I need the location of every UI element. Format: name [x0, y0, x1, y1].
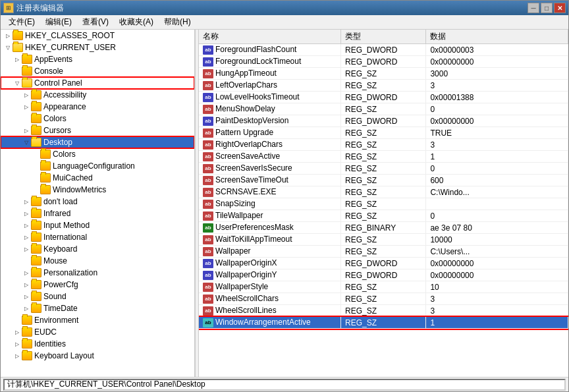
- maximize-button[interactable]: □: [541, 3, 553, 13]
- reg-name-cell: abHungAppTimeout: [199, 68, 341, 80]
- table-row[interactable]: abWheelScrollLinesREG_SZ3: [199, 305, 568, 317]
- expand-arrow-international[interactable]: ▷: [22, 231, 31, 243]
- table-row[interactable]: abWindowArrangementActiveREG_SZ1: [199, 317, 568, 329]
- expand-arrow-eudc[interactable]: ▷: [13, 326, 22, 338]
- menu-file[interactable]: 文件(E): [3, 15, 40, 29]
- table-row[interactable]: abLowLevelHooksTimeoutREG_DWORD0x0000138…: [199, 92, 568, 103]
- tree-item-eudc[interactable]: ▷EUDC: [1, 326, 194, 338]
- reg-type-icon: ab: [203, 235, 213, 244]
- tree-item-console[interactable]: Console: [1, 65, 194, 77]
- menu-view[interactable]: 查看(V): [77, 15, 114, 29]
- table-row[interactable]: abPattern UpgradeREG_SZTRUE: [199, 127, 568, 139]
- tree-item-identities[interactable]: ▷Identities: [1, 338, 194, 350]
- expand-arrow-keyboard_layout[interactable]: ▷: [13, 350, 22, 362]
- tree-item-control_panel[interactable]: ▽Control Panel: [1, 77, 194, 89]
- expand-arrow-control_panel[interactable]: ▽: [13, 77, 22, 89]
- table-row[interactable]: abTileWallpaperREG_SZ0: [199, 210, 568, 222]
- expand-arrow-muicached[interactable]: [31, 172, 40, 184]
- expand-arrow-accessibility[interactable]: ▷: [22, 89, 31, 101]
- tree-item-infrared[interactable]: ▷Infrared: [1, 208, 194, 219]
- tree-item-classes_root[interactable]: ▷HKEY_CLASSES_ROOT: [1, 30, 194, 42]
- tree-item-personalization[interactable]: ▷Personalization: [1, 267, 194, 279]
- table-row[interactable]: abScreenSaveTimeOutREG_SZ600: [199, 175, 568, 186]
- expand-arrow-console[interactable]: [13, 65, 22, 77]
- expand-arrow-cursors[interactable]: ▷: [22, 125, 31, 136]
- expand-arrow-sound[interactable]: ▷: [22, 291, 31, 302]
- reg-data-cell: 0x00000000: [426, 258, 568, 269]
- reg-type-icon: ab: [203, 105, 213, 114]
- table-wrapper[interactable]: 名称 类型 数据 abForegroundFlashCountREG_DWORD…: [199, 30, 568, 377]
- minimize-button[interactable]: ─: [528, 3, 539, 13]
- menu-bar: 文件(E) 编辑(E) 查看(V) 收藏夹(A) 帮助(H): [1, 15, 568, 30]
- table-row[interactable]: abForegroundFlashCountREG_DWORD0x0000000…: [199, 44, 568, 56]
- table-row[interactable]: abSnapSizingREG_SZ: [199, 198, 568, 210]
- expand-arrow-current_user[interactable]: ▽: [3, 42, 13, 53]
- tree-item-desktop[interactable]: ▽Desktop: [1, 136, 194, 148]
- table-row[interactable]: abScreenSaveActiveREG_SZ1: [199, 151, 568, 163]
- table-row[interactable]: abWaitToKillAppTimeoutREG_SZ10000: [199, 234, 568, 246]
- tree-item-dont_load[interactable]: ▷don't load: [1, 196, 194, 208]
- tree-item-desktop_colors[interactable]: Colors: [1, 148, 194, 160]
- table-row[interactable]: abHungAppTimeoutREG_SZ3000: [199, 68, 568, 80]
- tree-item-international[interactable]: ▷International: [1, 231, 194, 243]
- expand-arrow-keyboard[interactable]: ▷: [22, 243, 31, 255]
- expand-arrow-dont_load[interactable]: ▷: [22, 196, 31, 208]
- tree-item-keyboard[interactable]: ▷Keyboard: [1, 243, 194, 255]
- close-button[interactable]: ✕: [554, 3, 566, 13]
- expand-arrow-timedate[interactable]: ▷: [22, 302, 31, 314]
- table-row[interactable]: abMenuShowDelayREG_SZ0: [199, 103, 568, 115]
- tree-item-mouse[interactable]: Mouse: [1, 255, 194, 267]
- expand-arrow-window_metrics[interactable]: [31, 184, 40, 196]
- menu-favorites[interactable]: 收藏夹(A): [114, 15, 159, 29]
- expand-arrow-personalization[interactable]: ▷: [22, 267, 31, 279]
- tree-item-keyboard_layout[interactable]: ▷Keyboard Layout: [1, 350, 194, 362]
- expand-arrow-identities[interactable]: ▷: [13, 338, 22, 350]
- expand-arrow-input_method[interactable]: ▷: [22, 219, 31, 231]
- menu-edit[interactable]: 编辑(E): [40, 15, 77, 29]
- table-row[interactable]: abRightOverlapCharsREG_SZ3: [199, 139, 568, 151]
- tree-item-appearance[interactable]: ▷Appearance: [1, 101, 194, 113]
- tree-item-colors[interactable]: Colors: [1, 113, 194, 125]
- folder-icon-international: [31, 233, 41, 242]
- tree-item-environment[interactable]: Environment: [1, 314, 194, 326]
- table-row[interactable]: abUserPreferencesMaskREG_BINARYae 3e 07 …: [199, 222, 568, 234]
- tree-item-muicached[interactable]: MuiCached: [1, 172, 194, 184]
- expand-arrow-infrared[interactable]: ▷: [22, 208, 31, 219]
- expand-arrow-powercfg[interactable]: ▷: [22, 279, 31, 291]
- tree-label-dont_load: don't load: [43, 197, 78, 206]
- tree-label-appevents: AppEvents: [34, 55, 72, 64]
- expand-arrow-desktop_colors[interactable]: [31, 148, 40, 160]
- expand-arrow-language_config[interactable]: [31, 160, 40, 172]
- tree-item-appevents[interactable]: ▷AppEvents: [1, 53, 194, 65]
- tree-item-current_user[interactable]: ▽HKEY_CURRENT_USER: [1, 42, 194, 53]
- reg-type-icon: ab: [203, 283, 213, 292]
- table-row[interactable]: abPaintDesktopVersionREG_DWORD0x00000000: [199, 115, 568, 127]
- expand-arrow-appearance[interactable]: ▷: [22, 101, 31, 113]
- table-row[interactable]: abSCRNSAVE.EXEREG_SZC:\Windo...: [199, 186, 568, 198]
- tree-item-accessibility[interactable]: ▷Accessibility: [1, 89, 194, 101]
- tree-item-powercfg[interactable]: ▷PowerCfg: [1, 279, 194, 291]
- tree-item-input_method[interactable]: ▷Input Method: [1, 219, 194, 231]
- table-row[interactable]: abForegroundLockTimeoutREG_DWORD0x000000…: [199, 56, 568, 68]
- tree-item-sound[interactable]: ▷Sound: [1, 291, 194, 302]
- tree-item-window_metrics[interactable]: WindowMetrics: [1, 184, 194, 196]
- expand-arrow-mouse[interactable]: [22, 255, 31, 267]
- table-row[interactable]: abWallpaperStyleREG_SZ10: [199, 281, 568, 293]
- tree-item-timedate[interactable]: ▷TimeDate: [1, 302, 194, 314]
- expand-arrow-desktop[interactable]: ▽: [22, 136, 31, 148]
- table-row[interactable]: abScreenSaverIsSecureREG_SZ0: [199, 163, 568, 175]
- expand-arrow-colors[interactable]: [22, 113, 31, 125]
- menu-help[interactable]: 帮助(H): [159, 15, 196, 29]
- tree-item-cursors[interactable]: ▷Cursors: [1, 125, 194, 136]
- reg-data-cell: 3: [426, 139, 568, 151]
- table-row[interactable]: abWheelScrollCharsREG_SZ3: [199, 293, 568, 305]
- tree-item-language_config[interactable]: LanguageConfiguration: [1, 160, 194, 172]
- registry-tree[interactable]: ▷HKEY_CLASSES_ROOT▽HKEY_CURRENT_USER▷App…: [1, 30, 195, 377]
- table-row[interactable]: abWallpaperOriginXREG_DWORD0x00000000: [199, 258, 568, 269]
- table-row[interactable]: abLeftOverlapCharsREG_SZ3: [199, 80, 568, 92]
- table-row[interactable]: abWallpaperREG_SZC:\Users\...: [199, 246, 568, 258]
- expand-arrow-appevents[interactable]: ▷: [13, 53, 22, 65]
- table-row[interactable]: abWallpaperOriginYREG_DWORD0x00000000: [199, 269, 568, 281]
- expand-arrow-classes_root[interactable]: ▷: [3, 30, 13, 42]
- expand-arrow-environment[interactable]: [13, 314, 22, 326]
